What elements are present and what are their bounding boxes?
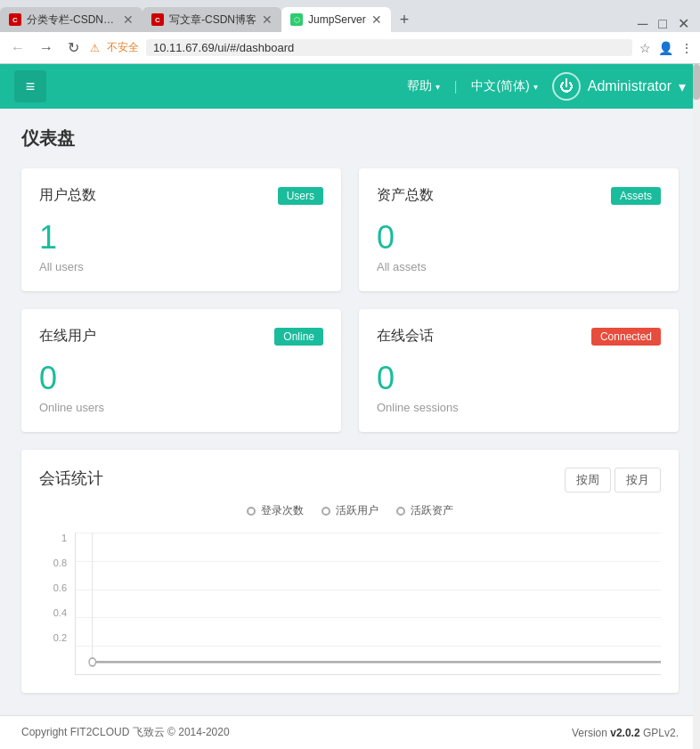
user-name: Administrator: [588, 78, 672, 94]
account-icon[interactable]: 👤: [658, 41, 673, 55]
tab-label-1: 分类专栏-CSDN博客: [27, 12, 118, 28]
users-sublabel: All users: [39, 260, 323, 273]
bookmark-icon[interactable]: ☆: [639, 41, 651, 55]
footer: Copyright FIT2CLOUD 飞致云 © 2014-2020 Vers…: [0, 715, 700, 749]
hamburger-icon: ≡: [26, 77, 36, 96]
tab-jumpserver[interactable]: ⬡ JumpServer ✕: [281, 7, 391, 32]
users-card-title: 用户总数: [39, 186, 96, 205]
assets-card-header: 资产总数 Assets: [377, 186, 661, 205]
hamburger-button[interactable]: ≡: [14, 70, 46, 102]
address-input[interactable]: [146, 39, 632, 56]
csdn-icon-2: C: [151, 13, 164, 26]
legend-login-label: 登录次数: [261, 503, 304, 518]
assets-count: 0: [377, 219, 661, 256]
stats-header: 会话统计 按周 按月: [39, 468, 661, 493]
online-sessions-sublabel: Online sessions: [377, 401, 661, 414]
tab-label-3: JumpServer: [308, 13, 366, 26]
y-label-5: 0.2: [39, 632, 67, 643]
reload-button[interactable]: ↻: [64, 37, 83, 58]
back-button[interactable]: ←: [7, 38, 28, 58]
tab-close-2[interactable]: ✕: [262, 12, 273, 27]
close-window-button[interactable]: ✕: [678, 15, 689, 32]
session-stats-panel: 会话统计 按周 按月 登录次数 活跃用户: [21, 450, 679, 693]
users-count: 1: [39, 219, 323, 256]
legend-dot-active: [322, 507, 330, 516]
online-users-count: 0: [39, 360, 323, 397]
language-caret-icon: ▾: [533, 82, 538, 92]
users-badge[interactable]: Users: [278, 187, 323, 205]
scrollbar-thumb[interactable]: [693, 64, 700, 100]
help-menu[interactable]: 帮助 ▾: [407, 78, 440, 94]
cards-row-2: 在线用户 Online 0 Online users 在线会话 Connecte…: [21, 309, 679, 432]
month-button[interactable]: 按月: [615, 468, 661, 493]
page-title: 仪表盘: [21, 126, 679, 151]
online-users-card-title: 在线用户: [39, 327, 96, 346]
license-text: GPLv2.: [640, 727, 679, 739]
legend-active-users-label: 活跃用户: [336, 503, 378, 518]
y-label-4: 0.4: [39, 607, 67, 618]
legend-dot-login: [247, 507, 256, 516]
svg-point-1: [89, 658, 96, 666]
chart-y-labels: 1 0.8 0.6 0.4 0.2: [39, 533, 70, 657]
assets-card: 资产总数 Assets 0 All assets: [359, 168, 679, 291]
online-sessions-card-header: 在线会话 Connected: [377, 327, 661, 346]
version-number: v2.0.2: [610, 727, 639, 739]
legend-active-assets: 活跃资产: [396, 503, 453, 518]
legend-dot-asset: [396, 507, 405, 516]
tab-close-3[interactable]: ✕: [371, 12, 382, 27]
security-warning-text: 不安全: [107, 40, 139, 55]
chart-svg: [76, 533, 661, 674]
online-users-card-header: 在线用户 Online: [39, 327, 323, 346]
help-label: 帮助: [407, 78, 432, 94]
maximize-button[interactable]: □: [658, 16, 667, 32]
legend-active-assets-label: 活跃资产: [411, 503, 453, 518]
address-bar: ← → ↻ ⚠ 不安全 ☆ 👤 ⋮: [0, 32, 700, 64]
tab-csdn-2[interactable]: C 写文章-CSDN博客 ✕: [142, 7, 281, 32]
nav-links: 帮助 ▾ | 中文(简体) ▾: [407, 78, 538, 94]
jump-icon: ⬡: [290, 13, 303, 26]
assets-sublabel: All assets: [377, 260, 661, 273]
tab-csdn-1[interactable]: C 分类专栏-CSDN博客 ✕: [0, 7, 142, 32]
forward-button[interactable]: →: [36, 38, 57, 58]
online-users-sublabel: Online users: [39, 401, 323, 414]
nav-divider: |: [454, 79, 458, 94]
tab-label-2: 写文章-CSDN博客: [169, 12, 256, 28]
main-content: 仪表盘 用户总数 Users 1 All users 资产总数 Assets: [0, 109, 700, 715]
minimize-button[interactable]: ─: [638, 16, 647, 32]
power-icon: ⏻: [552, 72, 581, 101]
language-menu[interactable]: 中文(简体) ▾: [471, 78, 537, 94]
chart-area: [75, 533, 661, 675]
new-tab-button[interactable]: +: [391, 7, 419, 32]
week-button[interactable]: 按周: [565, 468, 611, 493]
stats-title: 会话统计: [39, 468, 103, 489]
help-caret-icon: ▾: [435, 82, 440, 92]
scrollbar[interactable]: [693, 64, 700, 749]
legend-active-users: 活跃用户: [322, 503, 378, 518]
copyright-text: Copyright FIT2CLOUD 飞致云 © 2014-2020: [21, 725, 230, 740]
assets-badge[interactable]: Assets: [611, 187, 661, 205]
top-navigation: ≡ 帮助 ▾ | 中文(简体) ▾ ⏻ Administrator ▾: [0, 64, 700, 109]
menu-icon[interactable]: ⋮: [680, 41, 693, 55]
language-label: 中文(简体): [471, 78, 529, 94]
version-label: Version: [572, 727, 610, 739]
assets-card-title: 资产总数: [377, 186, 434, 205]
stats-btn-group: 按周 按月: [565, 468, 661, 493]
y-label-3: 0.6: [39, 582, 67, 593]
online-users-card: 在线用户 Online 0 Online users: [21, 309, 341, 432]
chart-container: 1 0.8 0.6 0.4 0.2: [39, 533, 661, 675]
online-sessions-card: 在线会话 Connected 0 Online sessions: [359, 309, 679, 432]
online-sessions-count: 0: [377, 360, 661, 397]
tab-close-1[interactable]: ✕: [123, 12, 134, 27]
users-card: 用户总数 Users 1 All users: [21, 168, 341, 291]
online-users-badge[interactable]: Online: [274, 328, 323, 346]
y-label-2: 0.8: [39, 558, 67, 568]
online-sessions-badge[interactable]: Connected: [591, 328, 661, 346]
version-text: Version v2.0.2 GPLv2.: [572, 727, 679, 739]
online-sessions-card-title: 在线会话: [377, 327, 434, 346]
user-caret-icon: ▾: [679, 78, 686, 95]
user-area[interactable]: ⏻ Administrator ▾: [552, 72, 686, 101]
y-label-1: 1: [39, 533, 67, 543]
users-card-header: 用户总数 Users: [39, 186, 323, 205]
csdn-icon-1: C: [9, 13, 21, 26]
chart-legend: 登录次数 活跃用户 活跃资产: [39, 503, 661, 518]
